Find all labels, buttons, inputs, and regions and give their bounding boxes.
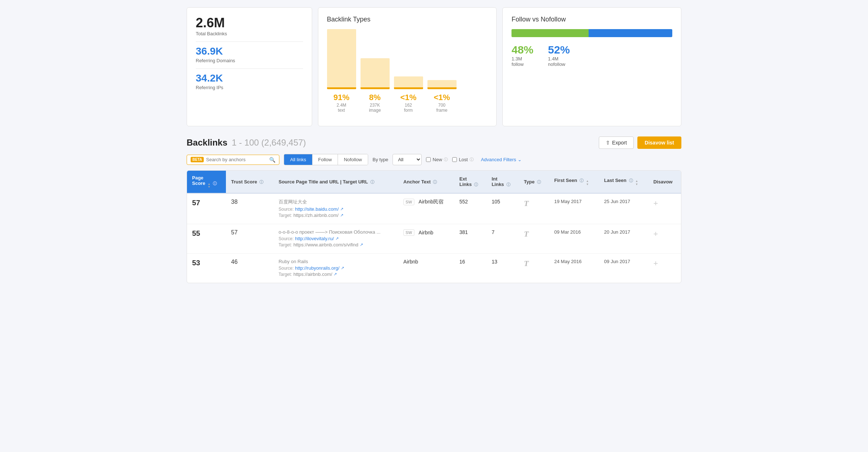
last-seen-date-1: 20 Jun 2017: [604, 229, 630, 235]
source-ext-link-icon-2: ↗: [341, 266, 344, 270]
source-url-row-2: Source: http://rubyonrails.org/ ↗: [279, 265, 393, 271]
backlink-types-bars: 91% 2.4M text 8% 237K image <1% 162 form: [327, 29, 488, 113]
lost-info-icon: ⓘ: [470, 157, 474, 162]
last-seen-arrow-up: ▲: [635, 180, 638, 183]
cell-type-2: T: [519, 254, 549, 283]
arrow-down-icon: ▼: [208, 186, 211, 189]
backlinks-title: Backlinks: [187, 138, 227, 147]
new-checkbox[interactable]: [426, 157, 431, 162]
sw-badge-0: SW: [403, 199, 414, 205]
cell-trust-score-2: 46: [226, 254, 273, 283]
advanced-filters-button[interactable]: Advanced Filters ⌄: [481, 157, 522, 162]
th-type: Type ⓘ: [519, 171, 549, 193]
cell-type-1: T: [519, 224, 549, 254]
referring-ips-value: 34.2K: [196, 72, 303, 84]
new-info-icon: ⓘ: [444, 157, 448, 162]
first-seen-date-0: 19 May 2017: [554, 199, 582, 204]
disavow-plus-1[interactable]: +: [653, 229, 658, 238]
first-seen-info-icon: ⓘ: [580, 178, 584, 183]
first-seen-date-2: 24 May 2016: [554, 259, 582, 264]
bar-fill-text: [327, 29, 356, 87]
backlinks-table: PageScore ▲ ▼ ⓘ Trust Score ⓘ Source Pag…: [187, 171, 681, 283]
backlink-type-bar-text: 91% 2.4M text: [327, 29, 356, 113]
disavow-button[interactable]: Disavow list: [637, 136, 681, 149]
follow-count: 1.3M: [511, 56, 533, 62]
search-input[interactable]: [206, 157, 267, 162]
int-links-info-icon: ⓘ: [506, 182, 510, 187]
disavow-plus-2[interactable]: +: [653, 259, 658, 268]
source-title-2: Ruby on Rails: [279, 259, 393, 264]
cell-disavow-0: +: [648, 193, 681, 224]
filters-row: BetA 🔍 All links Follow Nofollow By type…: [187, 154, 681, 165]
target-url-0: https://zh.airbnb.com/: [293, 213, 338, 218]
cell-trust-score-0: 38: [226, 193, 273, 224]
th-first-seen: First Seen ⓘ ▲ ▼: [549, 171, 599, 193]
th-page-score: PageScore ▲ ▼ ⓘ: [187, 171, 226, 193]
anchor-wrap-2: Airbnb: [403, 259, 449, 265]
th-disavow: Disavow: [648, 171, 681, 193]
bt-type-image: image: [369, 108, 381, 113]
bar-bottom-frame: [427, 87, 457, 89]
nofollow-button[interactable]: Nofollow: [338, 154, 368, 165]
lost-checkbox[interactable]: [452, 157, 457, 162]
bt-count-frame: 700: [438, 103, 445, 108]
table-row: 55 57 о-о-8-о-о проект ——> Поисковая Обо…: [187, 224, 681, 254]
cell-ext-links-2: 16: [454, 254, 487, 283]
backlink-type-bar-frame: <1% 700 frame: [427, 80, 457, 113]
source-url-row-1: Source: http://ilovevitaly.ru/ ↗: [279, 236, 393, 241]
cell-last-seen-2: 09 Jun 2017: [599, 254, 648, 283]
backlink-types-title: Backlink Types: [327, 16, 488, 23]
source-link-1[interactable]: http://ilovevitaly.ru/: [295, 236, 334, 241]
cell-page-score-2: 53: [187, 254, 226, 283]
follow-nofollow-title: Follow vs Nofollow: [511, 16, 672, 23]
last-seen-arrow-down: ▼: [635, 183, 638, 186]
bar-fill-form: [394, 76, 423, 87]
advanced-filters-label: Advanced Filters: [481, 157, 516, 162]
disavow-plus-0[interactable]: +: [653, 199, 658, 208]
divider-1: [196, 41, 303, 42]
search-icon[interactable]: 🔍: [269, 157, 275, 163]
anchor-wrap-0: SW Airbnb民宿: [403, 199, 449, 205]
sort-last-seen[interactable]: ▲ ▼: [635, 180, 638, 186]
stats-card: 2.6M Total Backlinks 36.9K Referring Dom…: [187, 7, 312, 126]
table-body: 57 38 百度网址大全 Source: http://site.baidu.c…: [187, 193, 681, 283]
target-ext-link-icon-0: ↗: [340, 213, 343, 218]
source-label-1: Source:: [279, 236, 294, 241]
cell-disavow-1: +: [648, 224, 681, 254]
bar-fill-frame: [427, 80, 457, 87]
cell-first-seen-1: 09 Mar 2016: [549, 224, 599, 254]
follow-bar-green: [511, 29, 589, 37]
header-actions: ⇧ Export Disavow list: [599, 136, 681, 149]
sort-arrows-page-score[interactable]: ▲ ▼: [208, 183, 211, 189]
th-trust-score: Trust Score ⓘ: [226, 171, 273, 193]
sort-first-seen[interactable]: ▲ ▼: [586, 180, 589, 186]
all-links-button[interactable]: All links: [284, 154, 312, 165]
export-icon: ⇧: [606, 140, 610, 146]
cell-trust-score-1: 57: [226, 224, 273, 254]
cell-first-seen-0: 19 May 2017: [549, 193, 599, 224]
page-score-info-icon: ⓘ: [213, 181, 217, 186]
type-icon-0: T: [524, 199, 529, 208]
follow-nofollow-card: Follow vs Nofollow 48% 1.3M follow 52% 1…: [502, 7, 681, 126]
follow-stats: 48% 1.3M follow 52% 1.4M nofollow: [511, 44, 672, 67]
first-seen-arrow-up: ▲: [586, 180, 589, 183]
th-int-links: IntLinks ⓘ: [486, 171, 519, 193]
source-link-2[interactable]: http://rubyonrails.org/: [295, 265, 339, 271]
ext-links-info-icon: ⓘ: [474, 182, 478, 187]
lost-label: Lost: [459, 157, 468, 162]
divider-2: [196, 68, 303, 69]
lost-checkbox-wrap: Lost ⓘ: [452, 157, 474, 162]
target-url-row-2: Target: https://airbnb.com/ ↗: [279, 271, 393, 277]
source-info-icon: ⓘ: [370, 180, 374, 184]
export-button[interactable]: ⇧ Export: [599, 136, 634, 149]
bt-stat-frame: <1% 700 frame: [434, 93, 450, 113]
nofollow-count: 1.4M: [548, 56, 570, 62]
cell-first-seen-2: 24 May 2016: [549, 254, 599, 283]
source-link-0[interactable]: http://site.baidu.com/: [295, 206, 339, 212]
cell-type-0: T: [519, 193, 549, 224]
follow-button[interactable]: Follow: [312, 154, 338, 165]
type-select[interactable]: All Text Image Form Frame: [393, 154, 422, 165]
bt-pct-image: 8%: [369, 93, 381, 102]
source-label-0: Source:: [279, 207, 294, 212]
top-cards: 2.6M Total Backlinks 36.9K Referring Dom…: [187, 7, 681, 126]
